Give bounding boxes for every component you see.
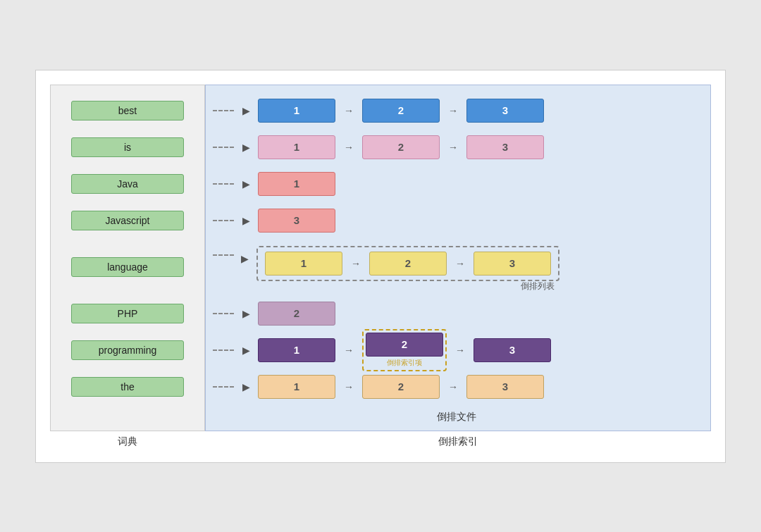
word-best: best	[71, 101, 184, 120]
word-php: PHP	[71, 304, 184, 323]
node-best-1: 1	[258, 99, 335, 123]
highlighted-node-container: 2 倒排索引项	[362, 329, 447, 371]
bottom-labels: 词典 倒排索引	[50, 435, 711, 448]
index-row-is: ▶ 1 → 2 → 3	[213, 129, 700, 166]
index-panel-label: 倒排文件	[213, 405, 700, 423]
node-is-2: 2	[362, 135, 440, 159]
index-row-programming: ▶ 1 → 2 倒排索引项 → 3	[213, 332, 700, 369]
arrow-the-1: →	[338, 381, 359, 392]
arrow-programming-2: →	[450, 345, 471, 356]
arrow-programming-1: →	[338, 345, 359, 356]
arrow-language-1: →	[345, 258, 366, 269]
arrow-language-2: →	[450, 258, 471, 269]
index-row-language: ▶ 1 → 2 → 3 倒排列表	[213, 239, 700, 295]
dict-bottom-label: 词典	[50, 435, 205, 448]
node-php-2: 2	[258, 302, 335, 326]
arrow-php-0: ▶	[235, 308, 256, 319]
word-row-javascript: Javascript	[51, 202, 204, 239]
arrow-programming-0: ▶	[235, 345, 256, 356]
connector-java	[213, 183, 234, 185]
index-row-javascript: ▶ 3	[213, 202, 700, 239]
arrow-best-2: →	[443, 105, 464, 116]
inv-list-label: 倒排列表	[521, 280, 555, 292]
word-row-best: best	[51, 92, 204, 129]
inv-entry-box: 2 倒排索引项	[362, 329, 447, 371]
word-is: is	[71, 137, 184, 157]
connector-best	[213, 110, 234, 111]
node-language-2: 2	[369, 252, 447, 276]
node-best-3: 3	[466, 99, 544, 123]
node-programming-2: 2	[366, 333, 443, 357]
node-best-2: 2	[362, 99, 440, 123]
node-the-3: 3	[466, 375, 544, 399]
arrow-language-0: ▶	[234, 253, 255, 264]
node-programming-1: 1	[258, 338, 335, 362]
diagram: best is Java Javascript language PHP pro…	[50, 85, 711, 431]
connector-language	[213, 254, 234, 256]
index-row-php: ▶ 2	[213, 295, 700, 332]
main-title: 倒排索引	[205, 435, 711, 448]
node-is-1: 1	[258, 135, 335, 159]
node-language-3: 3	[474, 252, 551, 276]
arrow-best-1: →	[338, 105, 359, 116]
node-programming-3: 3	[474, 338, 551, 362]
connector-the	[213, 386, 234, 388]
arrow-best-0: ▶	[235, 105, 256, 116]
index-row-the: ▶ 1 → 2 → 3	[213, 369, 700, 405]
dict-panel: best is Java Javascript language PHP pro…	[50, 85, 205, 431]
word-row-java: Java	[51, 166, 204, 202]
index-row-best: ▶ 1 → 2 → 3	[213, 92, 700, 129]
word-row-php: PHP	[51, 295, 204, 332]
arrow-is-1: →	[338, 142, 359, 153]
connector-php	[213, 313, 234, 314]
word-row-language: language	[51, 239, 204, 295]
arrow-the-0: ▶	[235, 381, 256, 392]
arrow-is-2: →	[443, 142, 464, 153]
node-the-1: 1	[258, 375, 335, 399]
word-row-is: is	[51, 129, 204, 166]
arrow-is-0: ▶	[235, 142, 256, 153]
arrow-javascript-0: ▶	[235, 215, 256, 226]
arrow-the-2: →	[443, 381, 464, 392]
inv-entry-label: 倒排索引项	[387, 358, 422, 368]
connector-is	[213, 147, 234, 148]
node-is-3: 3	[466, 135, 544, 159]
node-java-1: 1	[258, 172, 335, 196]
connector-javascript	[213, 220, 234, 221]
index-panel: ▶ 1 → 2 → 3 ▶ 1 → 2 → 3 ▶ 1	[205, 85, 711, 431]
word-row-programming: programming	[51, 332, 204, 369]
node-the-2: 2	[362, 375, 440, 399]
word-programming: programming	[71, 340, 184, 360]
word-the: the	[71, 377, 184, 397]
word-row-the: the	[51, 369, 204, 405]
word-language: language	[71, 257, 184, 277]
connector-programming	[213, 349, 234, 351]
inv-list-box: 1 → 2 → 3 倒排列表	[256, 246, 559, 281]
index-row-java: ▶ 1	[213, 166, 700, 202]
word-java: Java	[71, 174, 184, 194]
arrow-java-0: ▶	[235, 178, 256, 190]
main-container: best is Java Javascript language PHP pro…	[35, 70, 726, 463]
node-javascript-3: 3	[258, 209, 335, 233]
word-javascript: Javascript	[71, 211, 184, 230]
node-language-1: 1	[265, 252, 342, 276]
